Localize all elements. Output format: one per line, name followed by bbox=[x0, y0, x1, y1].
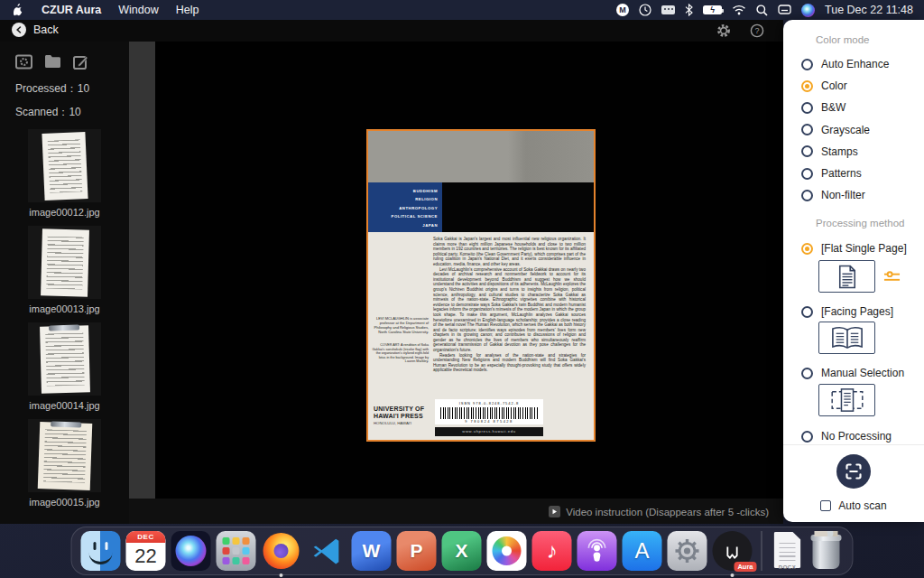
radio-icon bbox=[801, 124, 813, 135]
color-mode-patterns[interactable]: Patterns bbox=[783, 163, 924, 184]
radio-icon bbox=[801, 145, 813, 157]
book-category: RELIGION bbox=[368, 195, 438, 203]
processing-method-label: Processing method bbox=[816, 218, 904, 228]
spotlight-icon[interactable] bbox=[756, 5, 768, 16]
book-category: BUDDHISM bbox=[368, 187, 438, 195]
battery-icon[interactable]: ϟ bbox=[703, 5, 722, 14]
thumbnail-image bbox=[28, 419, 101, 492]
processing-flat-single-page[interactable]: [Flat Single Page] bbox=[783, 238, 924, 259]
radio-icon bbox=[801, 80, 813, 92]
capture-settings-icon[interactable] bbox=[15, 54, 32, 73]
radio-icon bbox=[801, 102, 813, 114]
dock-icon-photos[interactable] bbox=[487, 531, 527, 571]
book-website: www.uhpress.hawaii.edu bbox=[435, 427, 543, 436]
thumbnail-filename: image00013.jpg bbox=[0, 303, 129, 314]
menubar-app-name[interactable]: CZUR Aura bbox=[42, 4, 101, 16]
adjust-sliders-icon[interactable] bbox=[883, 270, 901, 284]
thumbnail-image bbox=[28, 226, 101, 299]
processing-manual-selection[interactable]: Manual Selection bbox=[783, 362, 924, 384]
running-indicator bbox=[731, 573, 735, 577]
dock-icon-powerpoint[interactable]: P bbox=[397, 531, 437, 571]
processed-value: 10 bbox=[78, 82, 89, 95]
color-mode-stamps[interactable]: Stamps bbox=[783, 141, 924, 163]
thumbnail-list: image00012.jpgimage00013.jpgimage00014.j… bbox=[0, 129, 129, 508]
thumbnail-image bbox=[28, 129, 101, 202]
color-mode-auto-enhance[interactable]: Auto Enhance bbox=[783, 53, 924, 75]
display-icon[interactable] bbox=[778, 5, 791, 15]
facing-pages-icon[interactable] bbox=[818, 322, 875, 354]
dock-icon-launchpad[interactable] bbox=[217, 531, 256, 571]
folder-icon[interactable] bbox=[44, 54, 61, 73]
apple-menu-icon[interactable] bbox=[14, 4, 24, 16]
menu-help[interactable]: Help bbox=[176, 4, 199, 16]
running-indicator bbox=[280, 573, 283, 577]
dock-icon-vscode[interactable] bbox=[307, 531, 346, 571]
radio-icon bbox=[801, 306, 813, 318]
siri-icon[interactable] bbox=[801, 4, 815, 17]
manual-selection-icon[interactable] bbox=[818, 384, 875, 416]
flat-single-page-icon[interactable] bbox=[818, 260, 875, 293]
book-category-band: BUDDHISMRELIGIONANTHROPOLOGYPOLITICAL SC… bbox=[368, 182, 594, 232]
video-instruction[interactable]: Video instruction (Disappears after 5 -c… bbox=[549, 506, 769, 517]
dock-icon-word[interactable]: W bbox=[352, 531, 392, 571]
thumbnail-image bbox=[28, 322, 101, 396]
thumbnail-item[interactable]: image00013.jpg bbox=[0, 226, 129, 314]
detection-frame: BUDDHISMRELIGIONANTHROPOLOGYPOLITICAL SC… bbox=[366, 129, 596, 442]
dock-icon-music[interactable]: ♪ bbox=[532, 531, 572, 571]
clock-icon[interactable] bbox=[639, 4, 651, 16]
color-mode-color[interactable]: Color bbox=[783, 75, 924, 97]
auto-scan-label: Auto scan bbox=[838, 499, 886, 512]
color-mode-grayscale[interactable]: Grayscale bbox=[783, 119, 924, 141]
keyboard-icon[interactable] bbox=[661, 5, 675, 14]
dock-icon-docx[interactable]: DOCX bbox=[772, 531, 804, 571]
page-clip bbox=[49, 324, 79, 331]
dock: DEC22WPX♪AAuraDOCX bbox=[71, 527, 854, 575]
desk-edge bbox=[129, 42, 155, 499]
settings-gear-icon[interactable] bbox=[716, 23, 731, 38]
thumbnail-item[interactable]: image00015.jpg bbox=[0, 419, 129, 508]
dock-icon-excel[interactable]: X bbox=[442, 531, 482, 571]
radio-icon bbox=[801, 59, 813, 70]
dock-icon-siri[interactable] bbox=[171, 531, 211, 571]
auto-scan-toggle[interactable]: Auto scan bbox=[783, 499, 924, 512]
scan-button[interactable] bbox=[836, 454, 871, 489]
color-mode-label: Color mode bbox=[816, 34, 869, 45]
back-button[interactable]: Back bbox=[12, 23, 59, 37]
color-mode-non-filter[interactable]: Non-filter bbox=[783, 184, 924, 206]
color-mode-b-w[interactable]: B&W bbox=[783, 97, 924, 118]
processing-facing-pages[interactable]: [Facing Pages] bbox=[783, 301, 924, 322]
book-blurb: Soka Gakkai is Japan's largest and most … bbox=[433, 237, 586, 373]
radio-icon bbox=[801, 368, 813, 379]
radio-icon bbox=[801, 243, 813, 255]
scan-preview: BUDDHISMRELIGIONANTHROPOLOGYPOLITICAL SC… bbox=[129, 42, 783, 524]
page-clip bbox=[51, 421, 81, 427]
gmail-icon[interactable]: M bbox=[616, 4, 629, 16]
thumbnail-item[interactable]: image00014.jpg bbox=[0, 322, 129, 411]
dock-icon-appstore[interactable]: A bbox=[623, 531, 662, 571]
settings-panel: Color mode Auto EnhanceColorB&WGrayscale… bbox=[783, 20, 924, 522]
processed-count: Processed：10 bbox=[0, 81, 129, 97]
flat-single-page-icon-row bbox=[818, 260, 901, 293]
edit-icon[interactable] bbox=[73, 54, 88, 73]
facing-pages-icon-row bbox=[818, 322, 875, 354]
scanned-count: Scanned：10 bbox=[0, 105, 129, 120]
book-body: Soka Gakkai is Japan's largest and most … bbox=[368, 232, 594, 440]
thumbnail-filename: image00014.jpg bbox=[0, 400, 129, 411]
book-publisher: UNIVERSITY OF HAWAI'I PRESS HONOLULU, HA… bbox=[374, 406, 433, 425]
dock-icon-podcasts[interactable] bbox=[578, 531, 617, 571]
bluetooth-icon[interactable] bbox=[685, 4, 693, 16]
menubar-clock[interactable]: Tue Dec 22 11:48 bbox=[825, 4, 913, 16]
dock-icon-settings[interactable] bbox=[668, 531, 707, 571]
dock-icon-finder[interactable] bbox=[81, 531, 121, 571]
dock-icon-calendar[interactable]: DEC22 bbox=[126, 531, 166, 571]
thumbnail-item[interactable]: image00012.jpg bbox=[0, 129, 129, 218]
panel-divider bbox=[783, 444, 924, 445]
dock-icon-firefox[interactable] bbox=[262, 531, 301, 571]
help-icon[interactable]: ? bbox=[750, 23, 764, 38]
dock-icon-trash[interactable] bbox=[809, 531, 844, 571]
auto-scan-checkbox[interactable] bbox=[820, 500, 831, 511]
menu-window[interactable]: Window bbox=[118, 4, 158, 16]
book-category: ANTHROPOLOGY bbox=[368, 204, 438, 212]
wifi-icon[interactable] bbox=[732, 5, 746, 15]
dock-icon-aura[interactable]: Aura bbox=[713, 531, 753, 571]
